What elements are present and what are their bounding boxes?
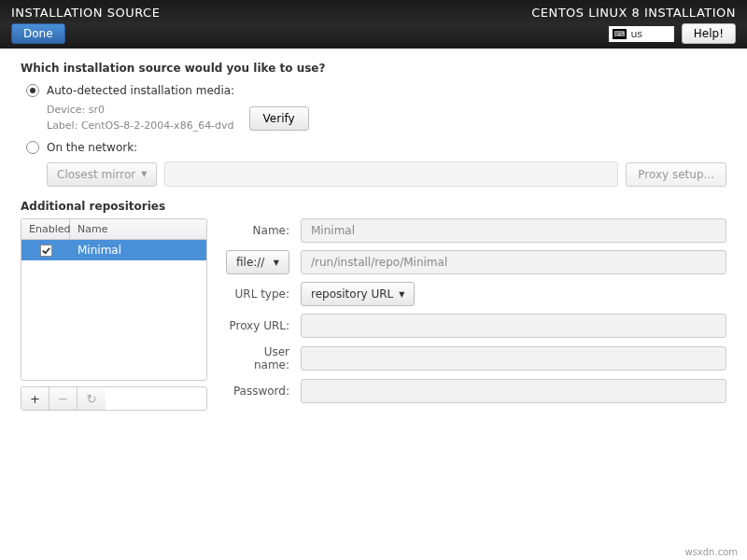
network-url-input bbox=[164, 161, 618, 187]
done-button[interactable]: Done bbox=[11, 23, 65, 44]
page-title: INSTALLATION SOURCE bbox=[11, 6, 160, 20]
scheme-dropdown[interactable]: file:// ▼ bbox=[226, 250, 289, 274]
repo-name-cell: Minimal bbox=[70, 244, 206, 257]
device-line: Device: sr0 bbox=[47, 103, 234, 119]
product-title: CENTOS LINUX 8 INSTALLATION bbox=[531, 6, 736, 20]
proxy-setup-button: Proxy setup... bbox=[626, 162, 726, 187]
repo-enabled-checkbox[interactable] bbox=[40, 245, 52, 257]
header: INSTALLATION SOURCE Done CENTOS LINUX 8 … bbox=[0, 0, 747, 49]
add-repo-button[interactable]: + bbox=[21, 387, 49, 410]
repo-table-header: Enabled Name bbox=[21, 219, 206, 240]
repo-form: Name: file:// ▼ URL type: repository URL… bbox=[226, 218, 726, 411]
label-line: Label: CentOS-8-2-2004-x86_64-dvd bbox=[47, 119, 234, 134]
username-input[interactable] bbox=[301, 346, 726, 371]
repo-panel: Enabled Name Minimal + − ↻ bbox=[21, 218, 207, 411]
proxy-input[interactable] bbox=[301, 314, 726, 338]
radio-auto-detected[interactable]: Auto-detected installation media: bbox=[26, 84, 726, 97]
radio-network-label: On the network: bbox=[47, 141, 137, 154]
verify-button[interactable]: Verify bbox=[249, 106, 309, 131]
header-left: INSTALLATION SOURCE Done bbox=[11, 6, 160, 45]
radio-icon bbox=[26, 84, 39, 97]
source-question: Which installation source would you like… bbox=[21, 62, 726, 75]
scheme-value: file:// bbox=[236, 256, 264, 269]
radio-network[interactable]: On the network: bbox=[26, 141, 726, 154]
chevron-down-icon: ▼ bbox=[274, 259, 279, 267]
proxy-label: Proxy URL: bbox=[226, 319, 289, 332]
additional-repos-label: Additional repositories bbox=[21, 200, 726, 213]
path-input[interactable] bbox=[301, 250, 726, 274]
keyboard-indicator[interactable]: ⌨ us bbox=[609, 26, 674, 42]
content: Which installation source would you like… bbox=[0, 49, 747, 424]
urltype-dropdown[interactable]: repository URL ▼ bbox=[301, 282, 415, 306]
refresh-repo-button[interactable]: ↻ bbox=[78, 387, 106, 410]
radio-icon bbox=[26, 141, 39, 154]
keyboard-layout: us bbox=[630, 28, 642, 40]
urltype-value: repository URL bbox=[311, 287, 393, 301]
header-right: CENTOS LINUX 8 INSTALLATION ⌨ us Help! bbox=[531, 6, 736, 45]
device-text: Device: sr0 Label: CentOS-8-2-2004-x86_6… bbox=[47, 103, 234, 133]
repo-table: Enabled Name Minimal bbox=[21, 218, 207, 381]
chevron-down-icon: ▼ bbox=[399, 290, 404, 299]
repo-toolbar: + − ↻ bbox=[21, 386, 207, 411]
watermark: wsxdn.com bbox=[684, 547, 738, 557]
name-label: Name: bbox=[226, 224, 289, 237]
username-label: User name: bbox=[226, 345, 289, 371]
urltype-label: URL type: bbox=[226, 287, 289, 301]
device-info: Device: sr0 Label: CentOS-8-2-2004-x86_6… bbox=[47, 103, 726, 133]
password-input[interactable] bbox=[301, 379, 726, 403]
table-row[interactable]: Minimal bbox=[21, 240, 206, 260]
lower-panel: Enabled Name Minimal + − ↻ bbox=[21, 218, 726, 411]
col-name[interactable]: Name bbox=[70, 219, 206, 239]
radio-auto-label: Auto-detected installation media: bbox=[47, 84, 234, 97]
help-button[interactable]: Help! bbox=[682, 23, 736, 44]
network-config-row: Closest mirror ▼ Proxy setup... bbox=[47, 161, 726, 187]
col-enabled[interactable]: Enabled bbox=[21, 219, 70, 239]
keyboard-icon: ⌨ bbox=[613, 29, 627, 39]
password-label: Password: bbox=[226, 385, 289, 398]
remove-repo-button[interactable]: − bbox=[49, 387, 78, 410]
name-input[interactable] bbox=[301, 218, 726, 243]
mirror-dropdown: Closest mirror ▼ bbox=[47, 162, 157, 187]
mirror-label: Closest mirror bbox=[57, 168, 135, 181]
repo-enabled-cell bbox=[21, 245, 70, 257]
chevron-down-icon: ▼ bbox=[141, 170, 147, 178]
